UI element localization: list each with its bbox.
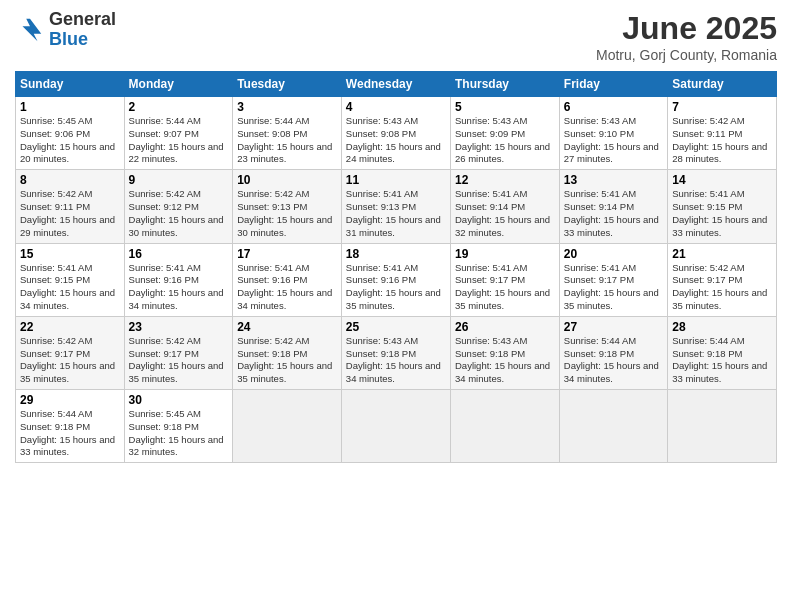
table-row: 12Sunrise: 5:41 AM Sunset: 9:14 PM Dayli… [450,170,559,243]
day-number: 23 [129,320,229,334]
day-number: 17 [237,247,337,261]
logo-text: General Blue [49,10,116,50]
logo-general: General [49,10,116,30]
day-info: Sunrise: 5:42 AM Sunset: 9:11 PM Dayligh… [20,188,120,239]
header-friday: Friday [559,72,667,97]
table-row: 30Sunrise: 5:45 AM Sunset: 9:18 PM Dayli… [124,390,233,463]
day-info: Sunrise: 5:42 AM Sunset: 9:11 PM Dayligh… [672,115,772,166]
calendar-week-2: 8Sunrise: 5:42 AM Sunset: 9:11 PM Daylig… [16,170,777,243]
day-info: Sunrise: 5:41 AM Sunset: 9:15 PM Dayligh… [20,262,120,313]
day-number: 13 [564,173,663,187]
day-number: 28 [672,320,772,334]
day-info: Sunrise: 5:42 AM Sunset: 9:17 PM Dayligh… [20,335,120,386]
table-row: 14Sunrise: 5:41 AM Sunset: 9:15 PM Dayli… [668,170,777,243]
table-row: 11Sunrise: 5:41 AM Sunset: 9:13 PM Dayli… [341,170,450,243]
calendar-table: Sunday Monday Tuesday Wednesday Thursday… [15,71,777,463]
day-number: 8 [20,173,120,187]
table-row [233,390,342,463]
day-number: 24 [237,320,337,334]
day-info: Sunrise: 5:42 AM Sunset: 9:17 PM Dayligh… [672,262,772,313]
day-info: Sunrise: 5:42 AM Sunset: 9:12 PM Dayligh… [129,188,229,239]
day-info: Sunrise: 5:45 AM Sunset: 9:18 PM Dayligh… [129,408,229,459]
svg-marker-0 [23,19,42,42]
day-info: Sunrise: 5:42 AM Sunset: 9:18 PM Dayligh… [237,335,337,386]
day-info: Sunrise: 5:41 AM Sunset: 9:17 PM Dayligh… [455,262,555,313]
table-row: 25Sunrise: 5:43 AM Sunset: 9:18 PM Dayli… [341,316,450,389]
day-number: 11 [346,173,446,187]
day-number: 3 [237,100,337,114]
day-number: 20 [564,247,663,261]
day-info: Sunrise: 5:42 AM Sunset: 9:17 PM Dayligh… [129,335,229,386]
day-number: 14 [672,173,772,187]
table-row [450,390,559,463]
day-info: Sunrise: 5:43 AM Sunset: 9:08 PM Dayligh… [346,115,446,166]
table-row: 16Sunrise: 5:41 AM Sunset: 9:16 PM Dayli… [124,243,233,316]
day-number: 19 [455,247,555,261]
day-number: 16 [129,247,229,261]
day-number: 4 [346,100,446,114]
calendar-week-3: 15Sunrise: 5:41 AM Sunset: 9:15 PM Dayli… [16,243,777,316]
table-row: 26Sunrise: 5:43 AM Sunset: 9:18 PM Dayli… [450,316,559,389]
table-row: 7Sunrise: 5:42 AM Sunset: 9:11 PM Daylig… [668,97,777,170]
calendar-week-1: 1Sunrise: 5:45 AM Sunset: 9:06 PM Daylig… [16,97,777,170]
header-tuesday: Tuesday [233,72,342,97]
table-row: 1Sunrise: 5:45 AM Sunset: 9:06 PM Daylig… [16,97,125,170]
day-number: 7 [672,100,772,114]
table-row: 3Sunrise: 5:44 AM Sunset: 9:08 PM Daylig… [233,97,342,170]
day-number: 18 [346,247,446,261]
calendar-header-row: Sunday Monday Tuesday Wednesday Thursday… [16,72,777,97]
day-number: 10 [237,173,337,187]
day-number: 21 [672,247,772,261]
day-number: 29 [20,393,120,407]
header-monday: Monday [124,72,233,97]
day-info: Sunrise: 5:41 AM Sunset: 9:14 PM Dayligh… [455,188,555,239]
day-info: Sunrise: 5:41 AM Sunset: 9:13 PM Dayligh… [346,188,446,239]
location-title: Motru, Gorj County, Romania [596,47,777,63]
day-number: 6 [564,100,663,114]
table-row: 24Sunrise: 5:42 AM Sunset: 9:18 PM Dayli… [233,316,342,389]
table-row: 2Sunrise: 5:44 AM Sunset: 9:07 PM Daylig… [124,97,233,170]
table-row: 8Sunrise: 5:42 AM Sunset: 9:11 PM Daylig… [16,170,125,243]
day-number: 27 [564,320,663,334]
day-info: Sunrise: 5:43 AM Sunset: 9:18 PM Dayligh… [346,335,446,386]
table-row: 4Sunrise: 5:43 AM Sunset: 9:08 PM Daylig… [341,97,450,170]
table-row: 23Sunrise: 5:42 AM Sunset: 9:17 PM Dayli… [124,316,233,389]
month-title: June 2025 [596,10,777,47]
header-wednesday: Wednesday [341,72,450,97]
table-row: 15Sunrise: 5:41 AM Sunset: 9:15 PM Dayli… [16,243,125,316]
table-row: 10Sunrise: 5:42 AM Sunset: 9:13 PM Dayli… [233,170,342,243]
table-row: 28Sunrise: 5:44 AM Sunset: 9:18 PM Dayli… [668,316,777,389]
table-row: 19Sunrise: 5:41 AM Sunset: 9:17 PM Dayli… [450,243,559,316]
page: General Blue June 2025 Motru, Gorj Count… [0,0,792,612]
day-number: 15 [20,247,120,261]
day-info: Sunrise: 5:44 AM Sunset: 9:08 PM Dayligh… [237,115,337,166]
day-number: 30 [129,393,229,407]
calendar-week-4: 22Sunrise: 5:42 AM Sunset: 9:17 PM Dayli… [16,316,777,389]
day-info: Sunrise: 5:44 AM Sunset: 9:18 PM Dayligh… [20,408,120,459]
table-row: 21Sunrise: 5:42 AM Sunset: 9:17 PM Dayli… [668,243,777,316]
table-row: 9Sunrise: 5:42 AM Sunset: 9:12 PM Daylig… [124,170,233,243]
logo-blue: Blue [49,30,116,50]
table-row: 27Sunrise: 5:44 AM Sunset: 9:18 PM Dayli… [559,316,667,389]
table-row [668,390,777,463]
logo-icon [15,15,45,45]
day-info: Sunrise: 5:41 AM Sunset: 9:15 PM Dayligh… [672,188,772,239]
day-info: Sunrise: 5:41 AM Sunset: 9:16 PM Dayligh… [346,262,446,313]
day-info: Sunrise: 5:45 AM Sunset: 9:06 PM Dayligh… [20,115,120,166]
header-thursday: Thursday [450,72,559,97]
day-info: Sunrise: 5:41 AM Sunset: 9:16 PM Dayligh… [237,262,337,313]
day-info: Sunrise: 5:43 AM Sunset: 9:09 PM Dayligh… [455,115,555,166]
title-block: June 2025 Motru, Gorj County, Romania [596,10,777,63]
day-info: Sunrise: 5:41 AM Sunset: 9:17 PM Dayligh… [564,262,663,313]
logo: General Blue [15,10,116,50]
day-number: 26 [455,320,555,334]
day-number: 1 [20,100,120,114]
day-info: Sunrise: 5:44 AM Sunset: 9:07 PM Dayligh… [129,115,229,166]
calendar-week-5: 29Sunrise: 5:44 AM Sunset: 9:18 PM Dayli… [16,390,777,463]
table-row [341,390,450,463]
table-row [559,390,667,463]
table-row: 20Sunrise: 5:41 AM Sunset: 9:17 PM Dayli… [559,243,667,316]
header: General Blue June 2025 Motru, Gorj Count… [15,10,777,63]
day-info: Sunrise: 5:41 AM Sunset: 9:14 PM Dayligh… [564,188,663,239]
table-row: 22Sunrise: 5:42 AM Sunset: 9:17 PM Dayli… [16,316,125,389]
